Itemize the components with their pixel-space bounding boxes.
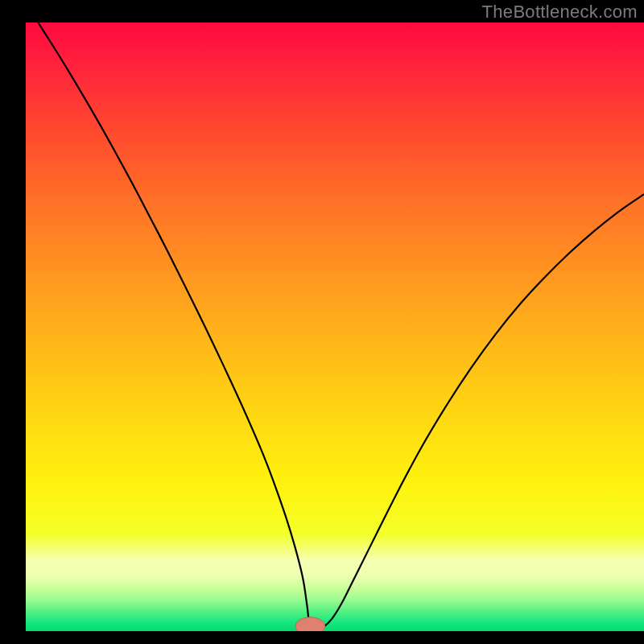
plot-area <box>26 23 644 631</box>
watermark-text: TheBottleneck.com <box>482 2 638 23</box>
chart-frame: TheBottleneck.com <box>0 0 644 644</box>
bottleneck-chart <box>26 23 644 631</box>
gradient-background <box>26 23 644 631</box>
